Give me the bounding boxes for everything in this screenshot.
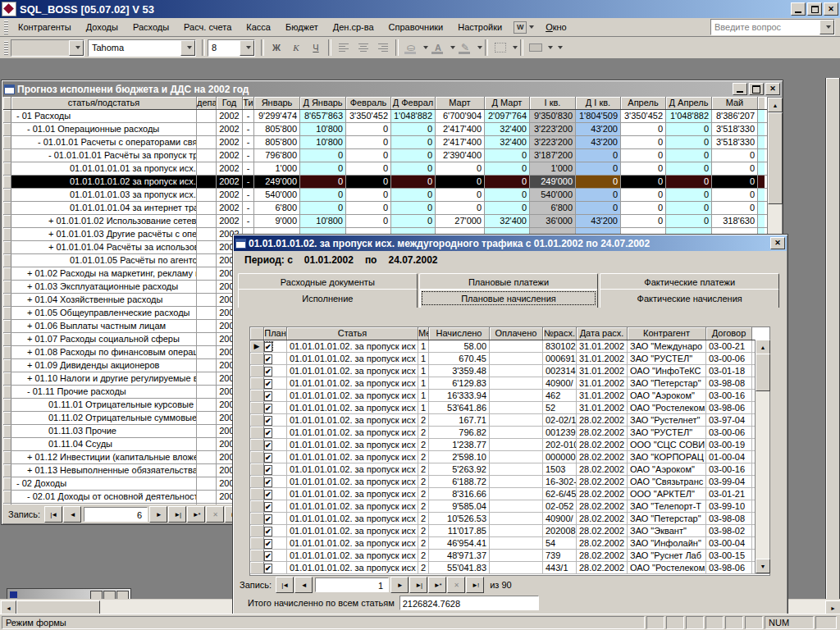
doc-number-cell[interactable]: 000691 [543, 353, 577, 364]
doc-date-cell[interactable]: 28.02.2002 [577, 414, 628, 426]
plan-cell[interactable]: ✔ [264, 427, 287, 438]
line-color-icon[interactable]: ✎ [456, 39, 474, 57]
value-cell[interactable]: 0 [300, 202, 346, 214]
value-cell[interactable]: 36'000 [530, 215, 576, 227]
month-cell[interactable]: 1 [418, 377, 429, 389]
doc-number-cell[interactable]: 000000 [543, 451, 577, 463]
menu-item[interactable]: Расч. счета [176, 20, 239, 34]
party-cell[interactable]: ЗАО "Петерстар" [628, 377, 706, 389]
table-row[interactable]: 01.01.01.01.04 за интернет трафи2002-6'8… [3, 202, 767, 215]
cancel-icon[interactable]: ✕ [447, 577, 465, 593]
tab-Фактические платежи[interactable]: Фактические платежи [600, 273, 779, 290]
value-cell[interactable]: 43'200 [576, 123, 621, 135]
value-cell[interactable]: 249'000 [254, 176, 300, 188]
article-cell[interactable]: 02.01.01 Н [11, 504, 197, 504]
row-selector[interactable] [3, 477, 11, 490]
first-record-icon[interactable]: |◄ [44, 506, 62, 523]
article-cell[interactable]: - 02 Доходы [11, 477, 197, 490]
doc-number-cell[interactable]: 40900/ [543, 513, 577, 524]
paid-cell[interactable] [490, 513, 543, 524]
value-cell[interactable]: 0 [666, 136, 712, 148]
department-cell[interactable] [197, 215, 217, 227]
value-cell[interactable]: 0 [436, 189, 485, 201]
column-header[interactable]: Май [712, 97, 758, 109]
month-cell[interactable]: 2 [418, 414, 429, 426]
value-cell[interactable]: 0 [391, 136, 436, 148]
value-cell[interactable]: 0 [576, 149, 621, 162]
table-row[interactable]: - 01.01.01 Расчеты с операторами связи20… [3, 136, 767, 149]
column-header[interactable]: Ме [418, 327, 429, 340]
type-cell[interactable]: - [243, 215, 254, 227]
article-cell[interactable]: 01.01.01.01.02. за пропуск исх [287, 488, 418, 500]
value-cell[interactable]: 0 [576, 176, 621, 188]
row-selector[interactable] [250, 476, 264, 487]
row-selector[interactable] [250, 353, 264, 364]
row-selector[interactable] [3, 123, 11, 135]
accrued-cell[interactable]: 6'129.83 [429, 377, 490, 389]
doc-number-cell[interactable]: 02-02/1 [543, 414, 577, 426]
row-selector[interactable] [3, 359, 11, 372]
month-cell[interactable]: 2 [418, 488, 429, 500]
plan-cell[interactable]: ✔ [264, 390, 287, 401]
value-cell[interactable]: 0 [621, 136, 666, 148]
party-cell[interactable]: ООО "СЦС СОВИ [628, 439, 706, 450]
row-selector[interactable] [3, 202, 11, 214]
value-cell[interactable]: 8'657'863 [300, 110, 346, 122]
toolbar-grip[interactable] [4, 41, 8, 55]
accrued-cell[interactable]: 6'188.72 [429, 476, 490, 487]
department-cell[interactable] [197, 307, 217, 319]
tab-Фактические начисления[interactable]: Фактические начисления [600, 289, 779, 308]
value-cell[interactable]: 0 [436, 162, 485, 175]
contract-cell[interactable]: 03-99-10 [706, 500, 752, 512]
row-selector[interactable] [3, 333, 11, 345]
plan-cell[interactable]: ✔ [264, 537, 287, 549]
paid-cell[interactable] [490, 340, 543, 352]
accruals-vscrollbar[interactable]: ▲ ▼ [755, 340, 769, 573]
article-cell[interactable]: 01.11.03 Прочие [11, 425, 197, 437]
contract-cell[interactable]: 03-01-18 [706, 365, 752, 377]
department-cell[interactable] [197, 162, 217, 175]
month-cell[interactable]: 2 [418, 500, 429, 512]
special-effect-icon[interactable] [527, 39, 545, 57]
row-selector[interactable] [250, 439, 264, 450]
value-cell[interactable]: 1'000 [254, 162, 300, 175]
paid-cell[interactable] [490, 463, 543, 475]
value-cell[interactable]: 0 [346, 123, 391, 135]
value-cell[interactable]: 9'000 [254, 215, 300, 227]
party-cell[interactable]: ОАО "Аэроком" [628, 390, 706, 401]
value-cell[interactable]: 0 [346, 162, 391, 175]
type-cell[interactable]: - [243, 202, 254, 214]
plan-cell[interactable]: ✔ [264, 451, 287, 463]
row-selector[interactable] [3, 281, 11, 293]
record-number-field[interactable]: 6 [84, 507, 148, 522]
column-header[interactable]: Апрель [621, 97, 666, 109]
doc-number-cell[interactable]: 202008 [543, 525, 577, 536]
row-selector[interactable] [250, 525, 264, 536]
mail-merge-icon[interactable]: W [511, 20, 536, 34]
forecast-close-button[interactable]: ✕ [765, 83, 780, 95]
column-header[interactable]: Март [436, 97, 485, 109]
party-cell[interactable]: ОАО "ИнфоТеКС [628, 365, 706, 377]
doc-number-cell[interactable]: 1503 [543, 463, 577, 475]
accrual-row[interactable]: ✔01.01.01.01.02. за пропуск исх255'041.8… [250, 562, 769, 574]
department-cell[interactable] [197, 504, 217, 504]
department-cell[interactable] [197, 202, 217, 214]
value-cell[interactable]: 0 [346, 189, 391, 201]
value-cell[interactable]: 6'800 [530, 202, 576, 214]
month-cell[interactable]: 2 [418, 537, 429, 549]
value-cell[interactable]: 0 [485, 189, 530, 201]
article-cell[interactable]: - 01.11 Прочие расходы [11, 386, 197, 398]
plan-cell[interactable]: ✔ [264, 414, 287, 426]
plan-checkbox[interactable]: ✔ [264, 354, 272, 364]
align-right-icon[interactable] [374, 39, 392, 57]
value-cell[interactable]: 3'350'452 [346, 110, 391, 122]
doc-number-cell[interactable]: 02-052 [543, 500, 577, 512]
value-cell[interactable]: 43'200 [576, 136, 621, 148]
value-cell[interactable]: 3'223'200 [530, 136, 576, 148]
accrual-row[interactable]: ✔01.01.01.01.02. за пропуск исх116'333.9… [250, 390, 769, 402]
article-cell[interactable]: + 01.06 Выплаты частным лицам [11, 320, 197, 332]
paid-cell[interactable] [490, 402, 543, 413]
article-cell[interactable]: 01.01.01.01.02. за пропуск исх [287, 451, 418, 463]
plan-checkbox[interactable]: ✔ [264, 539, 272, 549]
article-cell[interactable]: 01.01.01.01.02. за пропуск исх [287, 427, 418, 438]
